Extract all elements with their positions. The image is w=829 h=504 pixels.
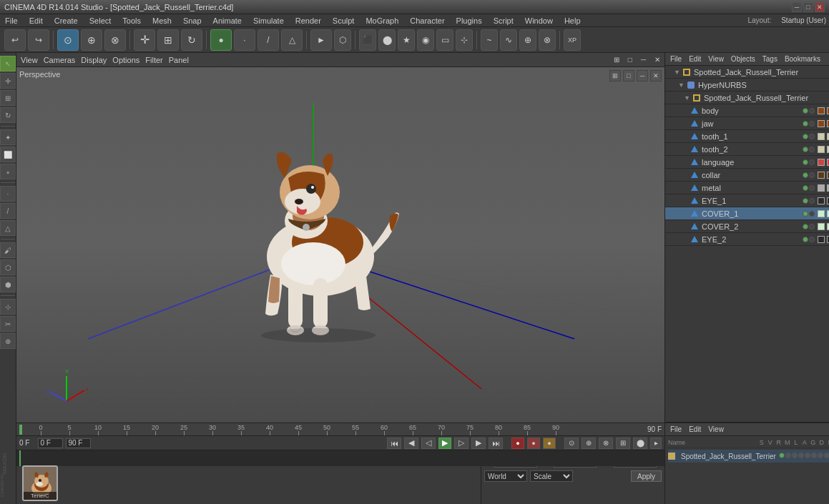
menu-select[interactable]: Select — [87, 16, 114, 25]
menu-character[interactable]: Character — [408, 16, 446, 25]
auto-key-button[interactable]: ● — [527, 438, 540, 449]
lasso-selection-button[interactable]: ⊗ — [104, 29, 126, 51]
menu-render[interactable]: Render — [293, 16, 323, 25]
obj-row-body[interactable]: body ✕ — [665, 104, 829, 117]
redo-button[interactable]: ↪ — [28, 29, 49, 51]
render-view-button[interactable]: ► — [310, 29, 332, 51]
go-end-button[interactable]: ⏭ — [489, 438, 503, 449]
obj-row-spotted[interactable]: ▼ Spotted_Jack_Russell_Terrier — [665, 92, 829, 104]
rp-menu-file[interactable]: File — [668, 55, 684, 63]
playhead[interactable] — [19, 450, 21, 466]
rotate-tool-button[interactable]: ↻ — [181, 29, 202, 51]
obj-row-tooth2[interactable]: tooth_2 ✕ — [665, 143, 829, 156]
live-selection-button[interactable]: ⊙ — [57, 29, 79, 51]
record-button[interactable]: ● — [511, 438, 524, 449]
undo-button[interactable]: ↩ — [4, 29, 26, 51]
minimize-button[interactable]: ─ — [792, 2, 802, 12]
object-mode-button[interactable]: ● — [210, 29, 232, 51]
timeline-menu-button[interactable]: ▸ — [650, 438, 662, 449]
live-sel-tool[interactable]: ✦ — [0, 129, 16, 145]
add-light-button[interactable]: ★ — [398, 29, 415, 51]
rp-bottom-file[interactable]: File — [668, 425, 684, 433]
generators-button[interactable]: ⊕ — [519, 29, 536, 51]
viewport-menu-display[interactable]: Display — [81, 56, 107, 64]
material-thumb-terierc[interactable]: TerierC — [22, 465, 58, 501]
rotate-tool[interactable]: ↻ — [0, 107, 16, 123]
point-mode-button[interactable]: · — [234, 29, 255, 51]
apply-button[interactable]: Apply — [631, 470, 662, 482]
expand-spotted[interactable]: ▼ — [684, 94, 690, 102]
rp-menu-view[interactable]: View — [706, 55, 726, 63]
magnet-tool[interactable]: ⊹ — [0, 299, 16, 315]
add-sky-button[interactable]: ⊹ — [456, 29, 473, 51]
paint-tool[interactable]: ⬡ — [0, 260, 16, 275]
scale-tool-button[interactable]: ⊞ — [157, 29, 179, 51]
lasso-tool[interactable]: ∘ — [0, 164, 16, 179]
obj-row-root[interactable]: ▼ Spotted_Jack_Russell_Terrier — [665, 66, 829, 79]
menu-plugins[interactable]: Plugins — [454, 16, 484, 25]
vp-maximize-button[interactable]: ⊞ — [614, 56, 619, 64]
motion-btn-2[interactable]: ⊕ — [582, 438, 596, 449]
menu-edit[interactable]: Edit — [27, 16, 45, 25]
vp-restore-button[interactable]: □ — [628, 56, 632, 64]
obj-row-language[interactable]: language ✕ — [665, 156, 829, 169]
viewport-menu-filter[interactable]: Filter — [145, 56, 162, 64]
obj-row-eye2[interactable]: EYE_2 ✕ — [665, 233, 829, 246]
add-nurbs-button[interactable]: ∿ — [500, 29, 517, 51]
vp-lock-button[interactable]: ─ — [641, 56, 646, 64]
render-region-button[interactable]: ⬡ — [334, 29, 351, 51]
xpresso-button[interactable]: XP — [564, 29, 581, 51]
rp-menu-objects[interactable]: Objects — [729, 55, 757, 63]
rp-menu-tags[interactable]: Tags — [760, 55, 780, 63]
add-sphere-button[interactable]: ⬤ — [378, 29, 396, 51]
rect-sel-tool[interactable]: ⬜ — [0, 147, 16, 162]
frame-rate-input[interactable] — [66, 438, 91, 448]
sculpt-tool[interactable]: ⬢ — [0, 277, 16, 292]
object-hierarchy[interactable]: ▼ Spotted_Jack_Russell_Terrier ▼ HyperNU… — [665, 66, 829, 423]
vp-ctrl-1[interactable]: ⊞ — [609, 70, 621, 81]
add-floor-button[interactable]: ▭ — [436, 29, 453, 51]
add-camera-button[interactable]: ◉ — [417, 29, 434, 51]
motion-btn-1[interactable]: ⊙ — [564, 438, 579, 449]
obj-row-collar[interactable]: collar ✕ — [665, 169, 829, 182]
point-tool[interactable]: · — [0, 186, 16, 202]
rp-menu-bookmarks[interactable]: Bookmarks — [783, 55, 823, 63]
viewport-menu-cameras[interactable]: Cameras — [44, 56, 76, 64]
move-tool-button[interactable]: ✛ — [134, 29, 155, 51]
viewport-menu-view[interactable]: View — [21, 56, 38, 64]
key-all-button[interactable]: ● — [543, 438, 556, 449]
frame-start-input[interactable] — [38, 438, 63, 448]
rectangle-selection-button[interactable]: ⊕ — [81, 29, 102, 51]
menu-help[interactable]: Help — [562, 16, 583, 25]
scale-tool[interactable]: ⊞ — [0, 90, 16, 106]
brush-tool[interactable]: 🖌 — [0, 242, 16, 258]
obj-row-jaw[interactable]: jaw ✕ — [665, 117, 829, 130]
edge-mode-button[interactable]: / — [257, 29, 279, 51]
obj-row-cover2[interactable]: COVER_2 ✕ — [665, 220, 829, 233]
motion-btn-4[interactable]: ⊞ — [616, 438, 630, 449]
go-start-button[interactable]: ⏮ — [387, 438, 401, 449]
play-button[interactable]: ▶ — [438, 438, 451, 449]
vp-ctrl-4[interactable]: ✕ — [650, 70, 662, 81]
menu-mesh[interactable]: Mesh — [150, 16, 174, 25]
menu-sculpt[interactable]: Sculpt — [330, 16, 357, 25]
menu-animate[interactable]: Animate — [211, 16, 244, 25]
edge-tool[interactable]: / — [0, 203, 16, 219]
motion-btn-3[interactable]: ⊗ — [599, 438, 613, 449]
attr-obj-row[interactable]: Spotted_Jack_Russell_Terrier ✕ — [668, 450, 829, 463]
prev-frame-button[interactable]: ◀ — [404, 438, 418, 449]
next-frame-button[interactable]: ▶ — [471, 438, 486, 449]
obj-row-tooth1[interactable]: tooth_1 ✕ — [665, 130, 829, 143]
menu-window[interactable]: Window — [523, 16, 555, 25]
menu-snap[interactable]: Snap — [181, 16, 204, 25]
move-tool[interactable]: ✛ — [0, 73, 16, 89]
expand-hn[interactable]: ▼ — [678, 81, 685, 89]
obj-row-metal[interactable]: metal ✕ — [665, 182, 829, 194]
close-button[interactable]: ✕ — [815, 2, 825, 12]
menu-script[interactable]: Script — [491, 16, 516, 25]
restore-button[interactable]: □ — [803, 2, 813, 12]
rp-bottom-edit[interactable]: Edit — [687, 425, 703, 433]
obj-row-hypernurbs[interactable]: ▼ HyperNURBS — [665, 79, 829, 92]
play-reverse-button[interactable]: ◁ — [421, 438, 436, 449]
menu-create[interactable]: Create — [52, 16, 80, 25]
